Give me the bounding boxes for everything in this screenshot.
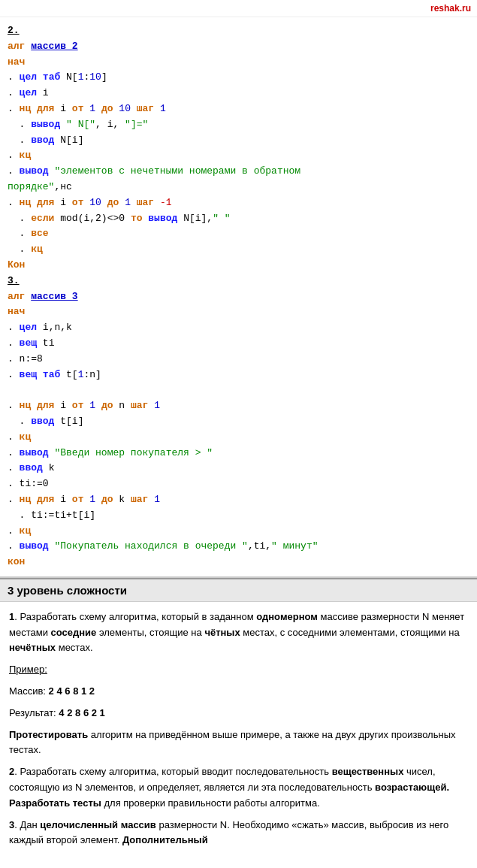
- code-line-kc2: . кц: [8, 242, 469, 258]
- code-line-kon2: Кон: [8, 258, 469, 274]
- code-line-cel-tab: . цел таб N[1:10]: [8, 70, 469, 86]
- task-1-bold4: нечётных: [9, 642, 56, 653]
- code-line-nc4: . нц для i от 1 до k шаг 1: [8, 492, 469, 508]
- code-line-vivod-pokup: . вывод "Введи номер покупателя > ": [8, 446, 469, 461]
- code-line-empty: [8, 383, 469, 398]
- code-line-kc1: . кц: [8, 148, 469, 164]
- code-line-veshch-tab: . вещ таб t[1:n]: [8, 367, 469, 383]
- task-1-massiv: Массив: 2 4 6 8 1 2: [9, 684, 468, 700]
- code-line-vvod-ti: . ввод t[i]: [8, 414, 469, 430]
- reshak-logo: reshak.ru: [430, 3, 471, 14]
- task-1-bold2: соседние: [51, 627, 97, 638]
- code-line-veshch-ti: . вещ ti: [8, 336, 469, 352]
- code-line-label2: 2.: [8, 23, 469, 39]
- task-1-result: Результат: 4 2 8 6 2 1: [9, 706, 468, 721]
- code-section: 2. алг массив_2 нач . цел таб N[1:10] . …: [0, 17, 477, 578]
- code-line-vivod-n: . вывод " N[", i, "]=": [8, 117, 469, 133]
- task-1: 1. Разработать схему алгоритма, который …: [9, 609, 468, 656]
- code-line-vvod-k: . ввод k: [8, 461, 469, 476]
- text-section: 1. Разработать схему алгоритма, который …: [0, 602, 477, 862]
- task-1-example-label: Пример:: [9, 662, 468, 678]
- task-2: 2. Разработать схему алгоритма, который …: [9, 764, 468, 811]
- code-line-esli: . если mod(i,2)<>0 то вывод N[i]," ": [8, 211, 469, 227]
- code-line-nach3: нач: [8, 304, 469, 320]
- code-line-kc3: . кц: [8, 430, 469, 446]
- code-line-vvod-ni: . ввод N[i]: [8, 133, 469, 149]
- code-line-n8: . n:=8: [8, 352, 469, 367]
- level-header: 3 уровень сложности: [0, 578, 477, 602]
- code-line-cel-ink: . цел i,n,k: [8, 320, 469, 336]
- code-line-nc1: . нц для i от 1 до 10 шаг 1: [8, 101, 469, 117]
- task-1-bold3: чётных: [204, 627, 240, 638]
- code-line-ti-sum: . ti:=ti+t[i]: [8, 508, 469, 524]
- task-1-extra: Протестировать алгоритм на приведённом в…: [9, 727, 468, 759]
- code-line-vivod-elem2: порядке",нс: [8, 180, 469, 195]
- code-line-cel-i: . цел i: [8, 86, 469, 101]
- code-line-nach2: нач: [8, 55, 469, 71]
- code-line-vivod-result: . вывод "Покупатель находился в очереди …: [8, 539, 469, 555]
- task-1-text: . Разработать схему алгоритма, который в…: [14, 611, 256, 622]
- code-line-label3: 3.: [8, 274, 469, 289]
- code-line-alg2: алг массив_2: [8, 39, 469, 55]
- task-3: 3. Дан целочисленный массив размерности …: [9, 818, 468, 849]
- code-line-alg3: алг массив_3: [8, 289, 469, 305]
- code-line-nc2: . нц для i от 10 до 1 шаг -1: [8, 195, 469, 211]
- code-line-kon3: кон: [8, 555, 469, 570]
- code-line-vse: . все: [8, 226, 469, 242]
- code-line-nc3: . нц для i от 1 до n шаг 1: [8, 398, 469, 414]
- task-1-bold1: одномерном: [256, 611, 318, 622]
- code-line-ti0: . ti:=0: [8, 476, 469, 492]
- code-line-vivod-elem: . вывод "элементов с нечетными номерами …: [8, 164, 469, 180]
- top-bar: reshak.ru: [0, 0, 477, 17]
- code-line-kc4: . кц: [8, 524, 469, 540]
